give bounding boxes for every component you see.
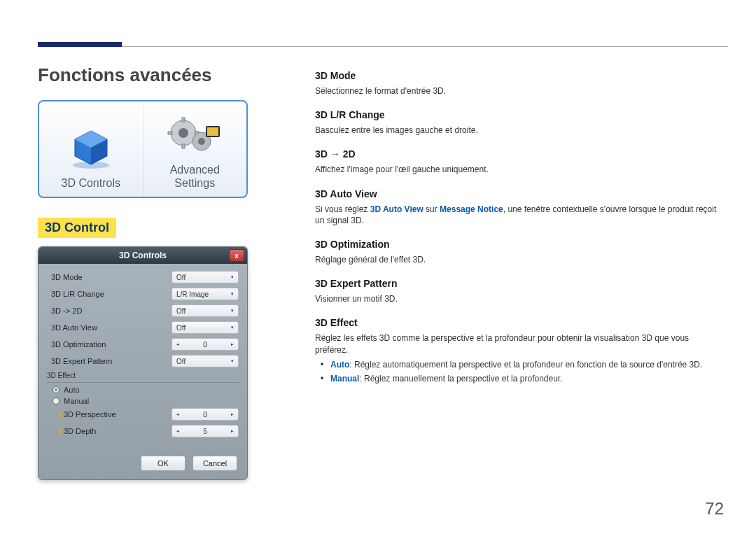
fieldset-3d-effect: 3D Effect Auto Manual 3D Perspective ◂0▸… — [47, 372, 239, 437]
bullets-3d-effect: Auto: Réglez automatiquement la perspect… — [330, 360, 721, 384]
radio-label: Auto — [64, 386, 80, 394]
heading-3d-to-2d: 3D → 2D — [315, 148, 721, 160]
heading-3d-mode: 3D Mode — [315, 70, 721, 81]
list-item: Manual: Réglez manuellement la perspecti… — [330, 374, 721, 384]
spinner-3d-optimization[interactable]: ◂0▸ — [172, 338, 239, 351]
panel-item-advanced-settings[interactable]: Advanced Settings — [144, 101, 247, 197]
dialog-title: 3D Controls — [119, 251, 167, 260]
svg-point-5 — [178, 128, 188, 138]
text-3d-lr-change: Basculez entre les images gauche et droi… — [315, 125, 721, 136]
text-3d-mode: Sélectionnez le format d'entrée 3D. — [315, 85, 721, 97]
heading-3d-auto-view: 3D Auto View — [315, 188, 721, 199]
svg-rect-7 — [182, 144, 185, 148]
text-3d-effect: Réglez les effets 3D comme la perspectiv… — [315, 332, 721, 355]
left-column: Fonctions avancées 3D Controls — [38, 64, 248, 480]
text-3d-optimization: Réglage général de l'effet 3D. — [315, 254, 721, 265]
row-3d-perspective: 3D Perspective ◂0▸ — [59, 408, 239, 421]
text-3d-auto-view: Si vous réglez 3D Auto View sur Message … — [315, 204, 721, 226]
heading-3d-effect: 3D Effect — [315, 317, 721, 328]
text-3d-to-2d: Affichez l'image pour l'œil gauche uniqu… — [315, 164, 721, 175]
spinner-3d-perspective[interactable]: ◂0▸ — [172, 408, 239, 421]
chevron-down-icon: ▾ — [231, 308, 234, 314]
row-3d-expert-pattern: 3D Expert Pattern Off▾ — [47, 355, 239, 367]
radio-label: Manual — [64, 397, 89, 405]
dropdown-3d-lr-change[interactable]: L/R Image▾ — [172, 288, 239, 300]
chevron-down-icon: ▾ — [231, 291, 234, 297]
radio-icon — [52, 386, 59, 393]
chevron-left-icon: ◂ — [176, 428, 179, 434]
dropdown-3d-to-2d[interactable]: Off▾ — [172, 304, 239, 317]
chevron-right-icon: ▸ — [231, 428, 234, 434]
row-label: 3D Auto View — [51, 323, 97, 332]
chevron-right-icon: ▸ — [231, 412, 234, 417]
section-label-3d-control: 3D Control — [38, 218, 116, 238]
svg-rect-13 — [207, 127, 218, 136]
3d-controls-icon — [59, 124, 122, 173]
close-icon[interactable]: x — [229, 249, 244, 262]
radio-auto[interactable]: Auto — [52, 386, 239, 394]
right-column: 3D Mode Sélectionnez le format d'entrée … — [315, 70, 721, 393]
fieldset-label: 3D Effect — [47, 372, 239, 379]
dialog-3d-controls: 3D Controls x 3D Mode Off▾ 3D L/R Change… — [38, 246, 248, 480]
row-label: 3D Expert Pattern — [51, 357, 112, 365]
dialog-titlebar: 3D Controls x — [38, 247, 247, 264]
heading-3d-lr-change: 3D L/R Change — [315, 109, 721, 120]
row-3d-lr-change: 3D L/R Change L/R Image▾ — [47, 288, 239, 300]
svg-rect-6 — [182, 118, 185, 122]
dropdown-3d-auto-view[interactable]: Off▾ — [172, 321, 239, 334]
row-3d-depth: 3D Depth ◂5▸ — [59, 425, 239, 437]
row-label: 3D Perspective — [64, 410, 116, 419]
chevron-down-icon: ▾ — [231, 274, 234, 280]
heading-3d-optimization: 3D Optimization — [315, 239, 721, 250]
row-label: 3D L/R Change — [51, 290, 104, 298]
row-label: 3D Optimization — [51, 340, 106, 349]
page-number: 72 — [705, 499, 724, 519]
dropdown-3d-expert-pattern[interactable]: Off▾ — [172, 355, 239, 367]
advanced-settings-icon — [163, 111, 226, 160]
heading-3d-expert-pattern: 3D Expert Pattern — [315, 278, 721, 289]
chevron-left-icon: ◂ — [176, 342, 179, 347]
radio-manual[interactable]: Manual — [52, 397, 239, 405]
row-3d-optimization: 3D Optimization ◂0▸ — [47, 338, 239, 351]
list-item: Auto: Réglez automatiquement la perspect… — [330, 360, 721, 370]
svg-point-11 — [198, 138, 205, 145]
chevron-left-icon: ◂ — [176, 412, 179, 417]
chevron-right-icon: ▸ — [231, 342, 234, 347]
cancel-button[interactable]: Cancel — [192, 456, 237, 471]
chevron-down-icon: ▾ — [231, 358, 234, 364]
panel-item-3d-controls[interactable]: 3D Controls — [39, 101, 144, 197]
dialog-body: 3D Mode Off▾ 3D L/R Change L/R Image▾ 3D… — [38, 264, 247, 449]
header-rule — [38, 46, 728, 47]
spinner-3d-depth[interactable]: ◂5▸ — [172, 425, 239, 437]
row-label: 3D -> 2D — [51, 307, 82, 315]
row-3d-auto-view: 3D Auto View Off▾ — [47, 321, 239, 334]
chevron-down-icon: ▾ — [231, 325, 234, 330]
row-label: 3D Depth — [64, 427, 96, 435]
ok-button[interactable]: OK — [141, 456, 186, 471]
panel-item-label: 3D Controls — [62, 177, 120, 190]
row-3d-to-2d: 3D -> 2D Off▾ — [47, 304, 239, 317]
panel-item-label: Advanced Settings — [170, 164, 220, 190]
row-3d-mode: 3D Mode Off▾ — [47, 271, 239, 283]
text-3d-expert-pattern: Visionner un motif 3D. — [315, 293, 721, 304]
svg-rect-8 — [168, 132, 172, 134]
row-label: 3D Mode — [51, 273, 83, 281]
radio-icon — [52, 398, 59, 405]
dialog-buttons: OK Cancel — [38, 449, 247, 479]
icons-panel: 3D Controls Advanced Settings — [38, 100, 248, 198]
page-title: Fonctions avancées — [38, 64, 248, 86]
dropdown-3d-mode[interactable]: Off▾ — [172, 271, 239, 283]
